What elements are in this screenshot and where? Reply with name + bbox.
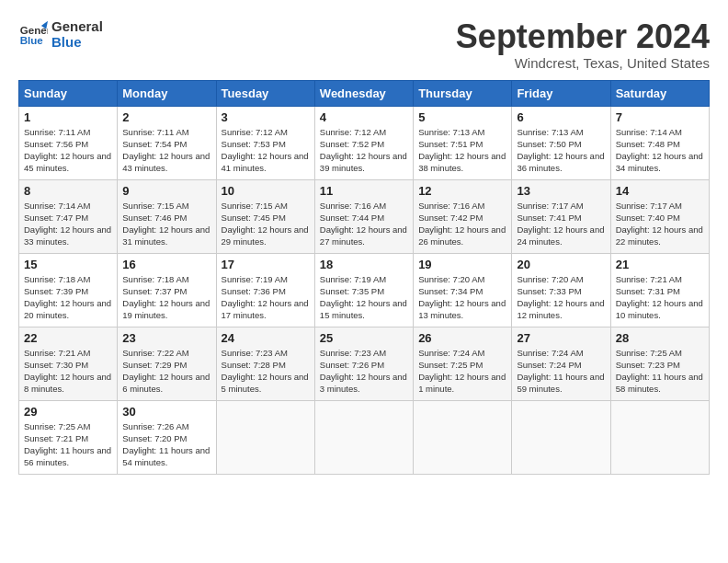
day-number: 2 (122, 110, 210, 124)
day-info: Sunrise: 7:14 AMSunset: 7:47 PMDaylight:… (24, 200, 112, 248)
location-title: Windcrest, Texas, United States (456, 55, 710, 71)
table-row: 9 Sunrise: 7:15 AMSunset: 7:46 PMDayligh… (118, 179, 216, 253)
table-row: 24 Sunrise: 7:23 AMSunset: 7:28 PMDaylig… (216, 327, 314, 400)
table-row: 2 Sunrise: 7:11 AMSunset: 7:54 PMDayligh… (118, 106, 216, 179)
col-monday: Monday (118, 80, 216, 106)
day-number: 27 (517, 331, 605, 345)
day-number: 18 (320, 258, 408, 271)
table-row: 14 Sunrise: 7:17 AMSunset: 7:40 PMDaylig… (610, 179, 709, 253)
table-row (414, 400, 512, 474)
day-number: 5 (418, 110, 506, 124)
day-number: 26 (418, 331, 506, 345)
table-row: 28 Sunrise: 7:25 AMSunset: 7:23 PMDaylig… (610, 327, 709, 400)
day-info: Sunrise: 7:15 AMSunset: 7:46 PMDaylight:… (122, 200, 210, 248)
day-number: 24 (222, 331, 310, 345)
table-row: 6 Sunrise: 7:13 AMSunset: 7:50 PMDayligh… (512, 106, 610, 179)
day-info: Sunrise: 7:13 AMSunset: 7:51 PMDaylight:… (418, 126, 506, 175)
table-row: 7 Sunrise: 7:14 AMSunset: 7:48 PMDayligh… (610, 106, 709, 179)
title-block: September 2024 Windcrest, Texas, United … (456, 18, 710, 71)
calendar-header-row: Sunday Monday Tuesday Wednesday Thursday… (19, 80, 710, 106)
day-number: 14 (616, 184, 704, 198)
day-info: Sunrise: 7:24 AMSunset: 7:25 PMDaylight:… (418, 347, 506, 396)
day-info: Sunrise: 7:18 AMSunset: 7:39 PMDaylight:… (24, 273, 112, 322)
table-row: 3 Sunrise: 7:12 AMSunset: 7:53 PMDayligh… (216, 106, 314, 179)
day-info: Sunrise: 7:21 AMSunset: 7:31 PMDaylight:… (616, 273, 704, 322)
table-row: 18 Sunrise: 7:19 AMSunset: 7:35 PMDaylig… (314, 253, 413, 327)
calendar-week-row: 15 Sunrise: 7:18 AMSunset: 7:39 PMDaylig… (19, 253, 710, 327)
day-info: Sunrise: 7:16 AMSunset: 7:44 PMDaylight:… (320, 200, 408, 248)
day-info: Sunrise: 7:20 AMSunset: 7:34 PMDaylight:… (418, 273, 506, 322)
day-number: 12 (418, 184, 506, 198)
day-number: 19 (418, 258, 506, 271)
col-friday: Friday (512, 80, 610, 106)
day-info: Sunrise: 7:22 AMSunset: 7:29 PMDaylight:… (122, 347, 210, 396)
calendar-week-row: 29 Sunrise: 7:25 AMSunset: 7:21 PMDaylig… (19, 400, 710, 474)
day-number: 11 (320, 184, 408, 198)
day-number: 23 (122, 331, 210, 345)
page-header: General Blue GeneralBlue September 2024 … (18, 18, 710, 71)
table-row: 5 Sunrise: 7:13 AMSunset: 7:51 PMDayligh… (414, 106, 512, 179)
logo-text: GeneralBlue (51, 18, 103, 51)
day-info: Sunrise: 7:24 AMSunset: 7:24 PMDaylight:… (517, 347, 605, 396)
day-info: Sunrise: 7:19 AMSunset: 7:35 PMDaylight:… (320, 273, 408, 322)
col-saturday: Saturday (610, 80, 709, 106)
calendar-week-row: 8 Sunrise: 7:14 AMSunset: 7:47 PMDayligh… (19, 179, 710, 253)
table-row (610, 400, 709, 474)
table-row: 17 Sunrise: 7:19 AMSunset: 7:36 PMDaylig… (216, 253, 314, 327)
col-wednesday: Wednesday (314, 80, 413, 106)
day-info: Sunrise: 7:12 AMSunset: 7:53 PMDaylight:… (222, 126, 310, 175)
col-tuesday: Tuesday (216, 80, 314, 106)
table-row: 21 Sunrise: 7:21 AMSunset: 7:31 PMDaylig… (610, 253, 709, 327)
calendar-table: Sunday Monday Tuesday Wednesday Thursday… (18, 80, 710, 475)
day-info: Sunrise: 7:23 AMSunset: 7:28 PMDaylight:… (222, 347, 310, 396)
day-number: 25 (320, 331, 408, 345)
table-row: 8 Sunrise: 7:14 AMSunset: 7:47 PMDayligh… (19, 179, 118, 253)
logo-icon: General Blue (18, 19, 48, 49)
day-number: 30 (122, 405, 210, 419)
day-number: 22 (24, 331, 112, 345)
day-number: 9 (122, 184, 210, 198)
calendar-week-row: 22 Sunrise: 7:21 AMSunset: 7:30 PMDaylig… (19, 327, 710, 400)
day-number: 8 (24, 184, 112, 198)
table-row: 4 Sunrise: 7:12 AMSunset: 7:52 PMDayligh… (314, 106, 413, 179)
day-number: 13 (517, 184, 605, 198)
table-row: 29 Sunrise: 7:25 AMSunset: 7:21 PMDaylig… (19, 400, 118, 474)
day-info: Sunrise: 7:19 AMSunset: 7:36 PMDaylight:… (222, 273, 310, 322)
day-number: 17 (222, 258, 310, 271)
table-row (314, 400, 413, 474)
day-number: 15 (24, 258, 112, 271)
table-row: 19 Sunrise: 7:20 AMSunset: 7:34 PMDaylig… (414, 253, 512, 327)
month-title: September 2024 (456, 18, 710, 55)
col-thursday: Thursday (414, 80, 512, 106)
day-number: 16 (122, 258, 210, 271)
day-info: Sunrise: 7:11 AMSunset: 7:56 PMDaylight:… (24, 126, 112, 175)
day-info: Sunrise: 7:25 AMSunset: 7:21 PMDaylight:… (24, 420, 112, 469)
day-info: Sunrise: 7:13 AMSunset: 7:50 PMDaylight:… (517, 126, 605, 175)
table-row: 13 Sunrise: 7:17 AMSunset: 7:41 PMDaylig… (512, 179, 610, 253)
table-row: 30 Sunrise: 7:26 AMSunset: 7:20 PMDaylig… (118, 400, 216, 474)
table-row: 23 Sunrise: 7:22 AMSunset: 7:29 PMDaylig… (118, 327, 216, 400)
table-row: 11 Sunrise: 7:16 AMSunset: 7:44 PMDaylig… (314, 179, 413, 253)
day-number: 28 (616, 331, 704, 345)
day-info: Sunrise: 7:15 AMSunset: 7:45 PMDaylight:… (222, 200, 310, 248)
svg-text:Blue: Blue (20, 35, 44, 46)
logo: General Blue GeneralBlue (18, 18, 103, 51)
day-number: 6 (517, 110, 605, 124)
day-info: Sunrise: 7:16 AMSunset: 7:42 PMDaylight:… (418, 200, 506, 248)
day-info: Sunrise: 7:23 AMSunset: 7:26 PMDaylight:… (320, 347, 408, 396)
day-number: 21 (616, 258, 704, 271)
day-info: Sunrise: 7:21 AMSunset: 7:30 PMDaylight:… (24, 347, 112, 396)
table-row: 12 Sunrise: 7:16 AMSunset: 7:42 PMDaylig… (414, 179, 512, 253)
day-number: 29 (24, 405, 112, 419)
table-row: 15 Sunrise: 7:18 AMSunset: 7:39 PMDaylig… (19, 253, 118, 327)
day-number: 7 (616, 110, 704, 124)
table-row (216, 400, 314, 474)
table-row: 16 Sunrise: 7:18 AMSunset: 7:37 PMDaylig… (118, 253, 216, 327)
day-info: Sunrise: 7:18 AMSunset: 7:37 PMDaylight:… (122, 273, 210, 322)
table-row: 1 Sunrise: 7:11 AMSunset: 7:56 PMDayligh… (19, 106, 118, 179)
day-info: Sunrise: 7:12 AMSunset: 7:52 PMDaylight:… (320, 126, 408, 175)
day-info: Sunrise: 7:17 AMSunset: 7:40 PMDaylight:… (616, 200, 704, 248)
col-sunday: Sunday (19, 80, 118, 106)
day-number: 10 (222, 184, 310, 198)
calendar-week-row: 1 Sunrise: 7:11 AMSunset: 7:56 PMDayligh… (19, 106, 710, 179)
